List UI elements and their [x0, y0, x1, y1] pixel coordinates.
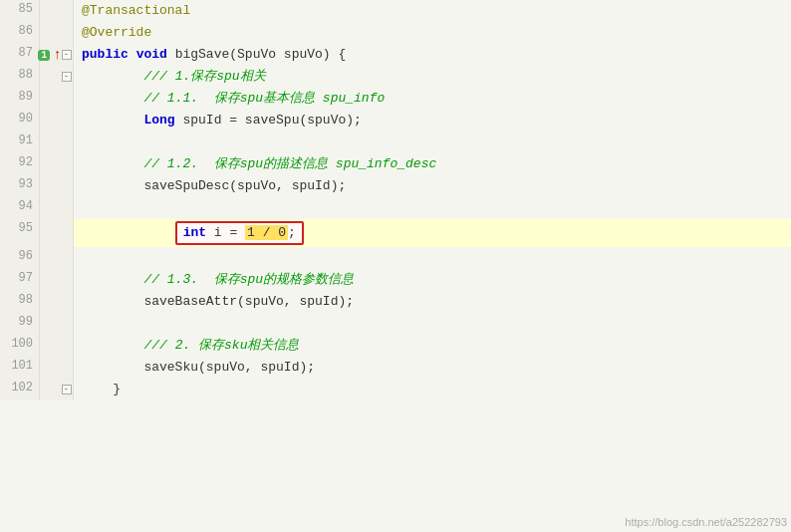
code-line-95: 95 int i = 1 / 0; [0, 219, 791, 247]
line-number-90: 90 [0, 110, 40, 132]
breakpoint-87[interactable]: 1↑ [40, 44, 60, 66]
line-number-88: 88 [0, 66, 40, 88]
fold-102[interactable]: - [60, 379, 74, 400]
line-content-97: // 1.3. 保存spu的规格参数信息 [74, 269, 791, 291]
breakpoint-88[interactable] [40, 66, 60, 88]
breakpoint-101[interactable] [40, 357, 60, 379]
code-line-100: 100 /// 2. 保存sku相关信息 [0, 335, 791, 357]
breakpoint-96[interactable] [40, 247, 60, 269]
fold-87[interactable]: - [60, 44, 74, 66]
fold-86 [60, 22, 74, 44]
fold-95 [60, 219, 74, 247]
line-content-91 [74, 132, 791, 153]
fold-99 [60, 313, 74, 335]
line-content-86: @Override [74, 22, 791, 44]
code-line-94: 94 [0, 197, 791, 219]
line-content-92: // 1.2. 保存spu的描述信息 spu_info_desc [74, 153, 791, 175]
breakpoint-98[interactable] [40, 291, 60, 313]
arrow-87: ↑ [53, 47, 61, 63]
fold-icon-102[interactable]: - [62, 385, 72, 395]
breakpoint-92[interactable] [40, 153, 60, 175]
code-line-102: 102 - } [0, 379, 791, 400]
line-number-96: 96 [0, 247, 40, 269]
fold-91 [60, 132, 74, 153]
fold-101 [60, 357, 74, 379]
fold-97 [60, 269, 74, 291]
line-number-95: 95 [0, 219, 40, 247]
code-line-85: 85 @Transactional [0, 0, 791, 22]
line-content-89: // 1.1. 保存spu基本信息 spu_info [74, 88, 791, 110]
fold-96 [60, 247, 74, 269]
code-line-88: 88 - /// 1.保存spu相关 [0, 66, 791, 88]
line-number-102: 102 [0, 379, 40, 400]
breakpoint-94[interactable] [40, 197, 60, 219]
fold-icon-88[interactable]: - [62, 72, 72, 82]
line-content-85: @Transactional [74, 0, 791, 22]
code-line-87: 87 1↑ - public void bigSave(SpuVo spuVo)… [0, 44, 791, 66]
code-line-92: 92 // 1.2. 保存spu的描述信息 spu_info_desc [0, 153, 791, 175]
line-number-85: 85 [0, 0, 40, 22]
breakpoint-99[interactable] [40, 313, 60, 335]
line-content-93: saveSpuDesc(spuVo, spuId); [74, 175, 791, 197]
line-number-89: 89 [0, 88, 40, 110]
fold-93 [60, 175, 74, 197]
fold-90 [60, 110, 74, 132]
breakpoint-100[interactable] [40, 335, 60, 357]
breakpoint-95[interactable] [40, 219, 60, 247]
line-content-102: } [74, 379, 791, 400]
line-content-94 [74, 197, 791, 219]
line-content-101: saveSku(spuVo, spuId); [74, 357, 791, 379]
line-number-99: 99 [0, 313, 40, 335]
breakpoint-90[interactable] [40, 110, 60, 132]
breakpoint-102[interactable] [40, 379, 60, 400]
breakpoint-89[interactable] [40, 88, 60, 110]
code-editor: 85 @Transactional 86 @Override 87 [0, 0, 791, 532]
line-number-87: 87 [0, 44, 40, 66]
badge-87: 1 [38, 50, 50, 61]
fold-88[interactable]: - [60, 66, 74, 88]
fold-85 [60, 0, 74, 22]
line-content-98: saveBaseAttr(spuVo, spuId); [74, 291, 791, 313]
line-number-101: 101 [0, 357, 40, 379]
breakpoint-85[interactable] [40, 0, 60, 22]
breakpoint-93[interactable] [40, 175, 60, 197]
code-line-89: 89 // 1.1. 保存spu基本信息 spu_info [0, 88, 791, 110]
code-lines: 85 @Transactional 86 @Override 87 [0, 0, 791, 532]
line-number-93: 93 [0, 175, 40, 197]
fold-icon-87[interactable]: - [62, 50, 72, 60]
line-content-100: /// 2. 保存sku相关信息 [74, 335, 791, 357]
line-number-97: 97 [0, 269, 40, 291]
line-number-100: 100 [0, 335, 40, 357]
line-content-87: public void bigSave(SpuVo spuVo) { [74, 44, 791, 66]
fold-94 [60, 197, 74, 219]
watermark: https://blog.csdn.net/a252282793 [625, 516, 787, 528]
fold-98 [60, 291, 74, 313]
line-content-96 [74, 247, 791, 269]
fold-89 [60, 88, 74, 110]
line-number-91: 91 [0, 132, 40, 153]
line-number-86: 86 [0, 22, 40, 44]
code-line-96: 96 [0, 247, 791, 269]
line-content-95: int i = 1 / 0; [74, 219, 791, 247]
code-line-97: 97 // 1.3. 保存spu的规格参数信息 [0, 269, 791, 291]
breakpoint-86[interactable] [40, 22, 60, 44]
fold-92 [60, 153, 74, 175]
code-line-93: 93 saveSpuDesc(spuVo, spuId); [0, 175, 791, 197]
code-line-101: 101 saveSku(spuVo, spuId); [0, 357, 791, 379]
fold-100 [60, 335, 74, 357]
breakpoint-91[interactable] [40, 132, 60, 153]
line-content-99 [74, 313, 791, 335]
line-number-94: 94 [0, 197, 40, 219]
code-line-98: 98 saveBaseAttr(spuVo, spuId); [0, 291, 791, 313]
breakpoint-97[interactable] [40, 269, 60, 291]
line-content-88: /// 1.保存spu相关 [74, 66, 791, 88]
line-number-92: 92 [0, 153, 40, 175]
code-line-91: 91 [0, 132, 791, 153]
line-content-90: Long spuId = saveSpu(spuVo); [74, 110, 791, 132]
code-line-99: 99 [0, 313, 791, 335]
line-number-98: 98 [0, 291, 40, 313]
code-line-86: 86 @Override [0, 22, 791, 44]
code-line-90: 90 Long spuId = saveSpu(spuVo); [0, 110, 791, 132]
